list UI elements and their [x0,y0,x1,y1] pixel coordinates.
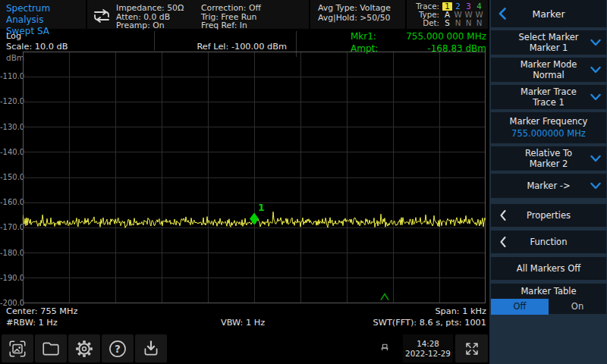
select-marker-dropdown[interactable]: Select Marker Marker 1 [491,30,606,55]
impedance-readout: Impedance: 50Ω [116,4,201,13]
all-markers-off-label: All Markers Off [517,263,580,274]
chevron-down-icon [590,183,601,190]
trace-table-row-label: Type: [410,11,439,19]
relative-to-value: Marker 2 [491,158,606,169]
trace-table-cell: N [474,19,484,27]
marker-mode-value: Normal [491,70,606,80]
chevron-left-icon [500,237,506,247]
marker-table-switch: Off On [491,299,606,315]
expand-arrows-icon [463,340,481,358]
marker-mode-dropdown[interactable]: Marker Mode Normal [491,58,606,82]
trace-table-cell: A [442,11,452,19]
y-tick-label: -160.0 [0,198,20,207]
settings-button[interactable] [68,334,100,362]
marker-trace-dropdown[interactable]: Marker Trace Trace 1 [491,85,606,109]
average-readouts: Avg Type: Voltage Avg|Hold: >50/50 [310,0,405,29]
svg-text:1: 1 [258,202,265,213]
relative-to-dropdown[interactable]: Relative To Marker 2 [491,146,606,171]
marker-frequency-value: 755.000000 MHz [491,127,606,140]
marker-frequency-field[interactable]: Marker Frequency 755.000000 MHz [491,112,606,143]
svg-text:?: ? [115,342,121,354]
help-button[interactable]: ? [102,334,134,362]
span-readout: Span: 1 kHz [326,306,486,316]
y-tick-label: -170.0 [0,223,20,232]
continuous-sweep-icon[interactable] [87,2,116,29]
chevron-down-icon [590,94,601,101]
select-marker-value: Marker 1 [491,42,606,53]
marker-table-toggle: Marker Table Off On [491,284,606,314]
fullscreen-button[interactable] [455,334,488,362]
select-marker-label: Select Marker [491,32,606,42]
scale-readout: Scale: 10.0 dB [6,42,68,52]
properties-submenu[interactable]: Properties [491,204,606,227]
screenshot-icon [8,339,27,359]
function-label: Function [530,237,568,247]
clock[interactable]: 14:28 2022-12-29 [403,334,453,362]
marker-frequency-label: Marker Frequency [491,115,606,127]
marker-table-label: Marker Table [491,286,606,297]
vbw-readout: VBW: 1 Hz [197,318,288,328]
marker-table-on-option[interactable]: On [549,299,606,315]
avg-type-readout: Avg Type: Voltage [318,4,405,14]
all-markers-off-button[interactable]: All Markers Off [491,257,606,280]
folder-icon [41,339,61,359]
y-tick-label: -130.0 [0,123,20,132]
y-tick-label: -180.0 [0,249,20,258]
back-chevron-icon[interactable] [498,8,506,20]
chevron-down-icon [590,67,601,74]
y-tick-label: -190.0 [0,274,20,283]
gear-icon [74,339,94,359]
preamp-readout: Preamp: On [116,21,201,30]
trace-table-row: Type:AWWW [407,11,484,19]
save-icon [141,339,161,359]
relative-to-label: Relative To [491,148,606,158]
ref-level-readout: Ref Lel: -100.00 dBm [156,42,287,52]
marker-mode-label: Marker Mode [491,59,606,70]
marker-trace-value: Trace 1 [491,97,606,108]
y-tick-label: -110.0 [0,72,20,81]
trigger-readouts: Correction: Off Trig: Free Run Freq Ref:… [201,2,292,29]
correction-readout: Correction: Off [201,4,292,13]
trace-table-cell: W [464,11,473,19]
rbw-readout: #RBW: 1 Hz [6,318,58,328]
screenshot-button[interactable] [2,334,33,362]
spectrum-analyzer-screen: Spectrum Analysis Swept SA Impedance: 50… [0,0,607,364]
function-submenu[interactable]: Function [491,231,606,253]
marker-menu-header[interactable]: Marker [491,0,606,27]
freq-ref-readout: Freq Ref: In [201,21,292,30]
mode-title[interactable]: Spectrum Analysis Swept SA [0,0,86,29]
marker-table-off-option[interactable]: Off [491,299,549,315]
trace-table-cell: W [474,11,484,19]
trace-status-table[interactable]: Trace:1234Type:AWWWDet:SNNN [407,0,488,29]
input-settings-panel: Impedance: 50Ω Atten: 0.0 dB Preamp: On … [87,0,309,29]
spectrum-plot[interactable]: 1 [23,52,486,303]
y-tick-label: -140.0 [0,148,20,157]
chevron-down-icon [590,39,601,46]
chevron-down-icon [590,155,601,162]
help-icon: ? [108,339,127,359]
marker-trace-label: Marker Trace [491,86,606,97]
divider [154,31,155,51]
file-manager-button[interactable] [35,334,67,362]
usb-device-icon [377,341,392,356]
marker-to-label: Marker -> [527,180,570,191]
sweep-time-readout: SWT(FFT): 8.6 s, pts: 1001 [326,318,486,328]
y-tick-label: -150.0 [0,173,20,182]
topbar: Spectrum Analysis Swept SA Impedance: 50… [0,0,489,29]
avg-hold-readout: Avg|Hold: >50/50 [318,14,405,24]
sidebar-marker-menu: Marker Select Marker Marker 1 Marker Mod… [489,0,607,364]
date: 2022-12-29 [405,349,451,359]
time: 14:28 [417,339,439,349]
trace-table-row-label: Det: [410,19,439,27]
log-scale-type: Log [6,31,21,41]
input-readouts: Impedance: 50Ω Atten: 0.0 dB Preamp: On [116,2,201,29]
properties-label: Properties [527,210,571,221]
marker-menu-title: Marker [532,8,565,20]
save-button[interactable] [135,334,167,362]
trace-table-cell: W [453,11,463,19]
marker-to-dropdown[interactable]: Marker -> [491,174,606,198]
mode-line1: Spectrum Analysis [6,3,86,26]
trace-table-row: Det:SNNN [407,19,484,27]
center-freq-readout: Center: 755 MHz [6,306,78,316]
usb-device-status [370,334,400,362]
